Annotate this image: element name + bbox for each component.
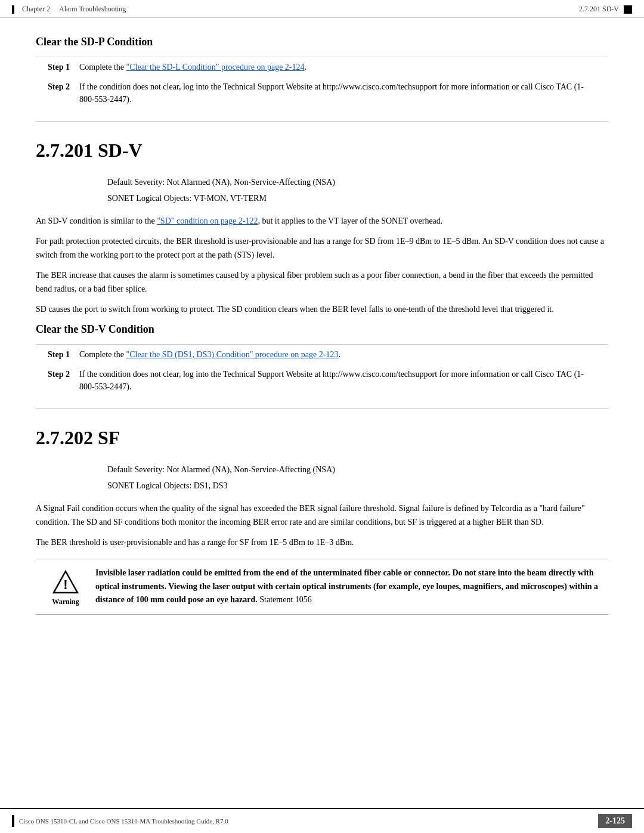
sf-description-block: Default Severity: Not Alarmed (NA), Non-… bbox=[107, 463, 608, 493]
sdv-body-3: The BER increase that causes the alarm i… bbox=[36, 269, 608, 296]
sdv-clear-steps-table: Step 1 Complete the "Clear the SD (DS1, … bbox=[36, 345, 608, 397]
header-section: 2.7.201 SD-V bbox=[579, 5, 632, 14]
sdv-body-4: SD causes the port to switch from workin… bbox=[36, 303, 608, 316]
warning-box: ! Warning Invisible laser radiation coul… bbox=[36, 559, 608, 614]
sf-severity: Default Severity: Not Alarmed (NA), Non-… bbox=[107, 463, 608, 476]
sdp-step1-label: Step 1 bbox=[36, 57, 75, 77]
page-header: Chapter 2 Alarm Troubleshooting 2.7.201 … bbox=[0, 0, 644, 18]
sdp-step-separator-bottom bbox=[36, 121, 608, 122]
sdp-step2-label: Step 2 bbox=[36, 77, 75, 109]
main-content: Clear the SD-P Condition Step 1 Complete… bbox=[0, 18, 644, 659]
sf-body-1: A Signal Fail condition occurs when the … bbox=[36, 502, 608, 529]
warning-label: Warning bbox=[52, 597, 79, 606]
sdv-clear-separator-bottom bbox=[36, 408, 608, 409]
sdv-severity: Default Severity: Not Alarmed (NA), Non-… bbox=[107, 176, 608, 189]
sdv-clear-heading: Clear the SD-V Condition bbox=[36, 323, 608, 336]
sdp-steps-table: Step 1 Complete the "Clear the SD-L Cond… bbox=[36, 57, 608, 109]
footer-text: Cisco ONS 15310-CL and Cisco ONS 15310-M… bbox=[19, 817, 228, 825]
footer-left: Cisco ONS 15310-CL and Cisco ONS 15310-M… bbox=[12, 815, 228, 827]
sdv-description-block: Default Severity: Not Alarmed (NA), Non-… bbox=[107, 176, 608, 205]
sf-major-heading: 2.7.202 SF bbox=[36, 427, 608, 451]
page-footer: Cisco ONS 15310-CL and Cisco ONS 15310-M… bbox=[0, 808, 644, 833]
sf-sonet: SONET Logical Objects: DS1, DS3 bbox=[107, 479, 608, 493]
sdv-clear-step-2: Step 2 If the condition does not clear, … bbox=[36, 364, 608, 397]
sf-body-2: The BER threshold is user-provisionable … bbox=[36, 536, 608, 549]
warning-statement: Statement 1056 bbox=[258, 595, 312, 604]
sdp-step-1: Step 1 Complete the "Clear the SD-L Cond… bbox=[36, 57, 608, 77]
sdv-clear-step2-content: If the condition does not clear, log int… bbox=[75, 364, 608, 397]
sdp-step2-content: If the condition does not clear, log int… bbox=[75, 77, 608, 109]
sdv-body-2: For path protection protected circuits, … bbox=[36, 235, 608, 262]
sdp-step-2: Step 2 If the condition does not clear, … bbox=[36, 77, 608, 109]
sdv-body-1: An SD-V condition is similar to the "SD"… bbox=[36, 215, 608, 228]
header-chapter: Chapter 2 Alarm Troubleshooting bbox=[12, 5, 126, 14]
header-black-square bbox=[624, 5, 632, 14]
sdv-body1-link[interactable]: "SD" condition on page 2-122 bbox=[157, 216, 258, 225]
footer-left-bar bbox=[12, 815, 14, 827]
warning-text: Invisible laser radiation could be emitt… bbox=[95, 566, 608, 606]
sdv-sonet: SONET Logical Objects: VT-MON, VT-TERM bbox=[107, 192, 608, 205]
warning-bold-text: Invisible laser radiation could be emitt… bbox=[95, 568, 598, 604]
left-bar-header bbox=[12, 5, 14, 14]
sdv-clear-step1-link[interactable]: "Clear the SD (DS1, DS3) Condition" proc… bbox=[126, 350, 339, 359]
sdp-step1-content: Complete the "Clear the SD-L Condition" … bbox=[75, 57, 608, 77]
sdv-clear-step2-label: Step 2 bbox=[36, 364, 75, 397]
sdp-step1-link[interactable]: "Clear the SD-L Condition" procedure on … bbox=[126, 63, 305, 72]
footer-page-number: 2-125 bbox=[598, 814, 632, 828]
sdv-major-heading: 2.7.201 SD-V bbox=[36, 140, 608, 164]
svg-text:!: ! bbox=[63, 577, 67, 592]
sdp-heading: Clear the SD-P Condition bbox=[36, 36, 608, 48]
warning-triangle-icon: ! bbox=[52, 569, 79, 595]
warning-icon-col: ! Warning bbox=[36, 566, 95, 606]
sdv-clear-step1-label: Step 1 bbox=[36, 345, 75, 364]
sdv-clear-step1-content: Complete the "Clear the SD (DS1, DS3) Co… bbox=[75, 345, 608, 364]
sdv-clear-step-1: Step 1 Complete the "Clear the SD (DS1, … bbox=[36, 345, 608, 364]
